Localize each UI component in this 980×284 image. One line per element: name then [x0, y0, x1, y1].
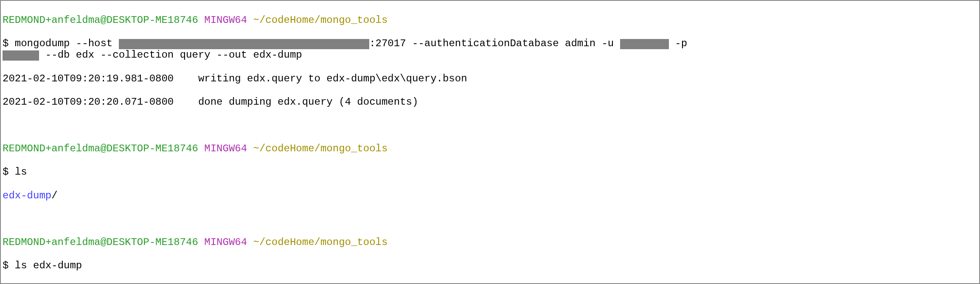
cmd-text: -p	[669, 38, 694, 49]
output-line: edx-dump/	[3, 190, 977, 202]
prompt-symbol: $	[3, 260, 8, 271]
dir-slash: /	[51, 190, 57, 201]
redacted-user	[620, 39, 669, 49]
cmd-text: mongodump --host	[15, 38, 119, 49]
dir-name: edx-dump	[3, 190, 51, 201]
blank-line	[3, 213, 977, 225]
system-label: MINGW64	[204, 237, 247, 248]
output-line: 2021-02-10T09:20:19.981-0800 writing edx…	[3, 73, 977, 85]
cwd-path: ~/codeHome/mongo_tools	[253, 237, 388, 248]
cmd-text: ls	[15, 166, 27, 178]
command-line-1: $ mongodump --host :27017 --authenticati…	[3, 38, 977, 61]
prompt-line-1: REDMOND+anfeldma@DESKTOP-ME18746 MINGW64…	[3, 14, 977, 26]
redacted-host	[119, 39, 370, 49]
system-label: MINGW64	[204, 14, 247, 26]
cmd-text: --db edx --collection query --out edx-du…	[39, 49, 302, 61]
prompt-symbol: $	[3, 38, 8, 49]
blank-line	[3, 120, 977, 131]
user-host: REDMOND+anfeldma@DESKTOP-ME18746	[3, 14, 198, 26]
cwd-path: ~/codeHome/mongo_tools	[253, 143, 388, 154]
prompt-line-2: REDMOND+anfeldma@DESKTOP-ME18746 MINGW64…	[3, 143, 977, 155]
user-host: REDMOND+anfeldma@DESKTOP-ME18746	[3, 143, 198, 154]
terminal-output[interactable]: REDMOND+anfeldma@DESKTOP-ME18746 MINGW64…	[3, 3, 977, 284]
command-line-2: $ ls	[3, 166, 977, 178]
command-line-3: $ ls edx-dump	[3, 260, 977, 272]
cmd-text: ls edx-dump	[15, 260, 82, 271]
prompt-symbol: $	[3, 166, 8, 178]
system-label: MINGW64	[204, 143, 247, 154]
cwd-path: ~/codeHome/mongo_tools	[253, 14, 388, 26]
user-host: REDMOND+anfeldma@DESKTOP-ME18746	[3, 237, 198, 248]
output-line: 2021-02-10T09:20:20.071-0800 done dumpin…	[3, 96, 977, 108]
cmd-text: :27017 --authenticationDatabase admin -u	[369, 38, 620, 49]
redacted-password	[3, 50, 39, 61]
prompt-line-3: REDMOND+anfeldma@DESKTOP-ME18746 MINGW64…	[3, 237, 977, 248]
